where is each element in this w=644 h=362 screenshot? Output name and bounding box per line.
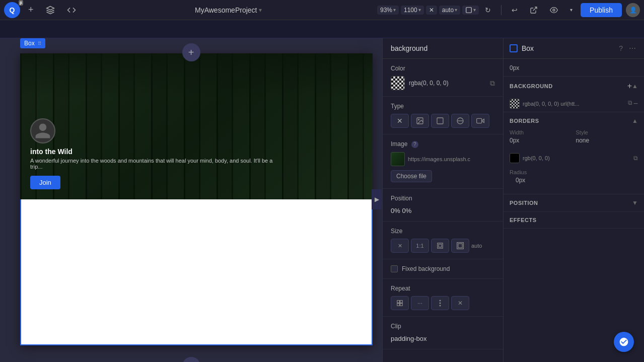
effects-section: EFFECTS [504,212,644,229]
size-contain-btn[interactable] [431,239,449,253]
size-auto-label: auto [471,243,482,249]
width-arrow: ▾ [418,7,421,13]
size-ratio-btn[interactable]: 1:1 [411,239,429,253]
breakpoint-arrow: ▾ [455,7,457,13]
svg-rect-15 [397,301,400,303]
color-swatch[interactable] [391,76,405,90]
zoom-control[interactable]: 93% ▾ [377,6,399,15]
svg-rect-10 [477,118,482,123]
view-control[interactable]: ▾ [462,6,479,15]
choose-file-button[interactable]: Choose file [391,170,432,182]
position-collapse-icon[interactable]: ▼ [632,199,638,206]
image-row: https://images.unsplash.c [391,152,495,166]
svg-rect-18 [400,304,403,306]
external-link-button[interactable] [526,4,542,16]
bg-position-section: Position 0% 0% [383,189,503,222]
breakpoint-control[interactable]: auto ▾ [439,6,460,15]
color-section: Color rgba(0, 0, 0, 0) ⧉ [383,59,503,97]
size-cover-btn[interactable] [451,239,469,253]
box-icon [510,44,518,52]
borders-collapse-icon[interactable]: ▲ [632,117,638,124]
repeat-section: Repeat ··· ✕ [383,279,503,317]
eye-button[interactable] [546,4,562,16]
repeat-x-btn[interactable]: ··· [411,296,429,310]
radius-value: 0px [510,177,638,190]
canvas-controls: 93% ▾ 1100 ▾ ✕ auto ▾ ▾ ↻ [377,4,495,16]
image-help-icon[interactable]: ? [411,141,418,148]
add-button[interactable]: + [24,3,38,17]
logo[interactable]: Q β [4,2,20,18]
repeat-none-btn[interactable]: ✕ [451,296,469,310]
undo-button[interactable]: ↩ [508,4,522,16]
size-close-btn[interactable]: ✕ [391,239,409,253]
background-collapse-icon[interactable]: ▲ [632,83,638,90]
position-section-header[interactable]: POSITION ▼ [504,194,644,211]
color-label: Color [391,65,495,72]
effects-section-header[interactable]: EFFECTS [504,212,644,228]
svg-rect-16 [400,301,403,303]
fixed-bg-label: Fixed background [402,265,450,272]
type-gradient-btn[interactable] [431,114,449,128]
title-dropdown-icon[interactable]: ▾ [259,7,262,14]
copy-color-icon[interactable]: ⧉ [490,79,495,88]
bg-value-row: rgba(0, 0, 0, 0) url(htt... ⧉ − [504,96,644,112]
image-section: Image ? https://images.unsplash.c Choose… [383,134,503,189]
type-close-btn[interactable]: ✕ [391,114,409,128]
svg-point-3 [553,9,555,11]
close-size-btn[interactable]: ✕ [426,6,437,15]
borders-section-header[interactable]: BORDERS ▲ [504,112,644,129]
width-value: 1100 [404,7,417,14]
background-section-header[interactable]: BACKGROUND + ▲ [504,77,644,96]
canvas-area: + Box ⠿ [0,38,382,362]
background-panel: background Color rgba(0, 0, 0, 0) ⧉ Type… [382,38,503,362]
borders-style-value: none [576,137,638,144]
more-button[interactable]: ⋯ [627,43,638,53]
eye-dropdown-button[interactable]: ▾ [566,5,577,15]
page-canvas: Box ⠿ into the Wild A w [20,53,373,345]
borders-width-label: Width [510,129,572,135]
bg-position-value: 0% 0% [391,207,411,214]
borders-section-title: BORDERS [510,118,632,124]
fixed-bg-row: Fixed background [391,265,495,272]
refresh-button[interactable]: ↻ [481,4,495,16]
repeat-all-btn[interactable] [391,296,409,310]
box-label: Box ⠿ [20,38,45,48]
background-section-title: BACKGROUND [510,83,627,89]
size-buttons: ✕ 1:1 auto [391,239,495,253]
add-section-bottom-button[interactable]: + [182,357,200,362]
borders-width-value: 0px [510,137,572,144]
right-bg-actions: ⧉ − [628,99,638,108]
bg-panel-header: background [383,38,503,59]
bg-minus-icon[interactable]: − [633,99,638,108]
layers-button[interactable] [42,4,59,17]
add-section-top-button[interactable]: + [182,43,200,61]
right-bg-swatch[interactable] [510,99,520,109]
repeat-buttons: ··· ✕ [391,296,495,310]
avatar[interactable]: 👤 [626,3,640,17]
svg-point-21 [440,305,441,307]
fixed-bg-checkbox[interactable] [391,265,398,272]
svg-rect-17 [397,304,400,306]
chat-bubble[interactable] [614,332,634,352]
background-add-button[interactable]: + [627,82,632,91]
type-image-btn[interactable] [411,114,429,128]
code-button[interactable] [63,4,80,17]
repeat-y-btn[interactable] [431,296,449,310]
topbar: Q β + MyAwesomeProject ▾ 93% ▾ 1100 ▾ ✕ [0,0,644,20]
publish-button[interactable]: Publish [581,3,622,17]
borders-color-swatch[interactable] [510,153,520,163]
bg-copy-icon[interactable]: ⧉ [628,99,632,108]
type-video-btn[interactable] [471,114,489,128]
right-panel-title: Box [522,44,613,52]
type-pattern-btn[interactable] [451,114,469,128]
borders-copy-icon[interactable]: ⧉ [633,155,638,162]
nav-arrow[interactable]: ▶ [372,189,382,209]
right-panel-actions: ? ⋯ [617,43,638,53]
secondary-bar [0,20,644,38]
width-control[interactable]: 1100 ▾ [401,6,424,15]
box-element[interactable]: Box ⠿ into the Wild A w [20,53,373,345]
help-button[interactable]: ? [617,43,625,53]
svg-point-19 [440,300,441,302]
clip-label: Clip [391,323,495,330]
join-button[interactable]: Join [30,176,60,189]
